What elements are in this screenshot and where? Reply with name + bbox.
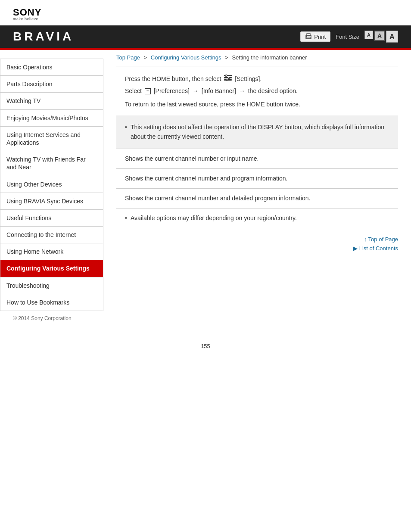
note-region: • Available options may differ depending… [116,208,398,227]
print-button[interactable]: Print [300,31,330,42]
sidebar-item-basic-operations[interactable]: Basic Operations [0,59,103,76]
sidebar-item-using-home[interactable]: Using Home Network [0,243,103,260]
sidebar-item-troubleshooting[interactable]: Troubleshooting [0,277,103,294]
note-display-text: This setting does not affect the operati… [131,122,389,142]
info-row-2: Shows the current channel number and pro… [116,168,398,188]
return-text: To return to the last viewed source, pre… [116,101,398,108]
font-small-button[interactable]: A [364,31,373,39]
sony-tagline: make.believe [13,17,398,21]
bullet-symbol2: • [125,215,127,221]
instruction-line2: Select ≡ [Preferences] → [Info Banner] →… [125,86,389,96]
list-of-contents-link[interactable]: List of Contents [353,245,398,252]
bravia-title: BRAVIA [13,30,74,44]
content-area: Top Page > Configuring Various Settings … [103,50,411,311]
note-box: • This setting does not affect the opera… [116,115,398,149]
font-medium-button[interactable]: A [374,31,385,41]
page-number: 155 [0,334,411,358]
breadcrumb-top-page[interactable]: Top Page [116,54,140,61]
sidebar-item-configuring[interactable]: Configuring Various Settings [0,260,103,277]
breadcrumb-sep2: > [225,54,228,61]
top-of-page-link[interactable]: Top of Page [364,236,398,243]
svg-point-9 [226,79,228,81]
instruction-prefix: Press the HOME button, then select [125,75,221,82]
note-display-bullet: • This setting does not affect the opera… [125,122,389,142]
svg-rect-2 [307,37,310,39]
sidebar-item-useful-functions[interactable]: Useful Functions [0,210,103,227]
note-region-bullet: • Available options may differ depending… [125,215,389,221]
sidebar-item-using-other[interactable]: Using Other Devices [0,176,103,193]
bravia-bar: BRAVIA Print Font Size A A A [0,25,411,48]
font-size-buttons: A A A [364,31,398,43]
page-bottom: © 2014 Sony Corporation [0,311,411,334]
copyright: © 2014 Sony Corporation [13,315,72,321]
breadcrumb: Top Page > Configuring Various Settings … [116,50,398,66]
bullet-symbol: • [125,122,127,142]
svg-point-8 [228,77,230,79]
info-row-1: Shows the current channel number or inpu… [116,149,398,168]
main-layout: Basic Operations Parts Description Watch… [0,50,411,311]
sidebar: Basic Operations Parts Description Watch… [0,50,103,311]
info-row-3: Shows the current channel number and det… [116,188,398,208]
instruction-settings: [Settings]. [235,75,262,82]
sony-logo: SONY make.believe [13,8,398,21]
pref-icon: ≡ [145,88,151,94]
sidebar-item-using-internet[interactable]: Using Internet Services and Applications [0,127,103,151]
footer-links: Top of Page List of Contents [116,227,398,256]
instruction-line1: Press the HOME button, then select [Sett… [125,74,389,84]
sidebar-item-enjoying-movies[interactable]: Enjoying Movies/Music/Photos [0,110,103,127]
sidebar-item-watching-friends[interactable]: Watching TV with Friends Far and Near [0,151,103,176]
instruction-preferences: [Preferences] [154,87,190,94]
instruction-desired: the desired option. [248,87,298,94]
font-large-button[interactable]: A [386,31,398,43]
breadcrumb-configuring[interactable]: Configuring Various Settings [151,54,221,61]
sidebar-item-using-bravia[interactable]: Using BRAVIA Sync Devices [0,193,103,210]
breadcrumb-current: Setting the information banner [232,54,307,61]
sidebar-item-watching-tv[interactable]: Watching TV [0,93,103,109]
sidebar-item-how-to-use[interactable]: How to Use Bookmarks [0,294,103,311]
sidebar-item-connecting-internet[interactable]: Connecting to the Internet [0,227,103,243]
instruction-section: Press the HOME button, then select [Sett… [116,66,398,115]
sidebar-item-parts-description[interactable]: Parts Description [0,76,103,93]
bravia-bar-right: Print Font Size A A A [300,31,398,43]
font-size-label: Font Size [336,34,359,40]
instruction-text: Press the HOME button, then select [Sett… [116,74,398,96]
svg-point-3 [306,36,307,37]
print-label: Print [314,34,326,40]
instruction-info-banner: [Info Banner] [202,87,236,94]
top-header: SONY make.believe [0,0,411,25]
sony-logo-text: SONY [13,8,398,17]
breadcrumb-sep1: > [144,54,147,61]
note-region-text: Available options may differ depending o… [131,215,297,221]
print-icon [305,33,312,40]
settings-icon [224,74,232,84]
svg-point-7 [225,75,227,77]
